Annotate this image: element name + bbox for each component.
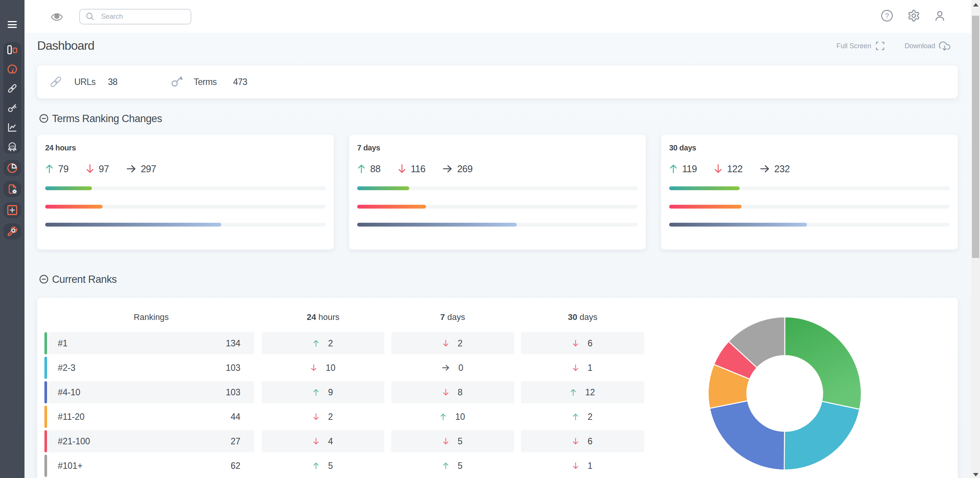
svg-text:?: ? [885, 12, 889, 20]
svg-text:100: 100 [10, 145, 15, 148]
